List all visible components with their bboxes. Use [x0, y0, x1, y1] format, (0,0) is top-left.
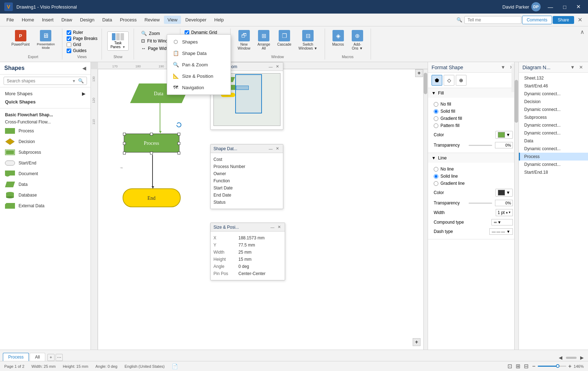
guides-checkbox[interactable]: Guides — [67, 48, 98, 53]
diag-item-dynconn5[interactable]: Dynamic connect... — [519, 145, 588, 153]
canvas-scrollbar-v[interactable] — [423, 69, 428, 350]
pattern-fill-input[interactable] — [434, 123, 438, 128]
more-pages-button[interactable]: ⋯ — [56, 354, 63, 361]
no-fill-radio[interactable]: No fill — [434, 101, 513, 108]
menu-view[interactable]: View — [164, 16, 181, 24]
process-shape-canvas[interactable]: Process — [122, 132, 181, 155]
diag-item-data[interactable]: Data — [519, 137, 588, 145]
more-shapes-item[interactable]: More Shapes ▶ — [4, 90, 87, 98]
dropdown-item-sizepos[interactable]: 📐 Size & Position — [167, 70, 231, 82]
add-page-button[interactable]: + — [47, 354, 55, 361]
fill-trans-input[interactable] — [495, 142, 513, 148]
fill-section-header[interactable]: ▼ Fill — [428, 88, 519, 98]
diag-item-decision[interactable]: Decision — [519, 98, 588, 106]
menu-data[interactable]: Data — [99, 16, 115, 24]
fill-trans-slider[interactable] — [469, 145, 492, 146]
collapse-ribbon-button[interactable]: ∧ — [580, 29, 584, 35]
close-window-button[interactable]: ✕ — [573, 2, 584, 11]
maximize-button[interactable]: □ — [560, 2, 569, 11]
powerpoint-button[interactable]: P PowerPoint — [9, 29, 32, 48]
settings-icon[interactable]: ⊟ — [524, 363, 528, 370]
presentation-mode-button[interactable]: 🖥 PresentationMode — [34, 29, 58, 51]
diag-item-dynconn2[interactable]: Dynamic connect... — [519, 106, 588, 113]
fill-color-picker[interactable]: ▼ — [495, 131, 513, 139]
diag-item-dynconn1[interactable]: Dynamic connect... — [519, 90, 588, 98]
shape-subprocess[interactable]: Subprocess — [4, 147, 87, 158]
gradient-fill-input[interactable] — [434, 116, 438, 121]
fit-icon[interactable]: ⊡ — [507, 363, 512, 370]
format-more-button[interactable]: ▼ — [499, 64, 507, 70]
diag-item-sheet132[interactable]: Sheet.132 — [519, 74, 588, 82]
page-tab-all[interactable]: All — [30, 353, 45, 361]
gradient-fill-radio[interactable]: Gradient fill — [434, 115, 513, 122]
ruler-checkbox[interactable]: Ruler — [67, 30, 98, 35]
canvas-add-connector[interactable]: + — [415, 69, 423, 77]
sizepos-panel-header[interactable]: Size & Posi... — ✕ — [211, 223, 285, 232]
solid-line-input[interactable] — [434, 174, 438, 179]
line-tool-button[interactable]: ◇ — [444, 75, 454, 86]
pagebreaks-check-input[interactable] — [67, 36, 71, 41]
format-scrollbar[interactable] — [514, 62, 519, 350]
diag-item-dynconn3[interactable]: Dynamic connect... — [519, 121, 588, 129]
dash-select[interactable]: ——— ▼ — [489, 228, 513, 235]
handle-br[interactable] — [177, 152, 180, 154]
menu-draw[interactable]: Draw — [58, 16, 76, 24]
switch-windows-button[interactable]: ⊟ SwitchWindows ▼ — [295, 29, 320, 52]
no-line-radio[interactable]: No line — [434, 166, 513, 173]
handle-tc[interactable] — [150, 133, 153, 136]
menu-help[interactable]: Help — [211, 16, 227, 24]
new-window-button[interactable]: 🗗 NewWindow — [235, 29, 253, 52]
macros-button[interactable]: ◈ Macros — [329, 29, 347, 48]
canvas-scroll-thumb[interactable] — [424, 73, 427, 94]
grid-checkbox[interactable]: Grid — [67, 42, 98, 47]
shadow-tool-button[interactable]: ⊕ — [456, 75, 466, 86]
zoom-button[interactable]: 🔍 Zoom — [139, 30, 162, 37]
zoom-slider[interactable] — [538, 366, 566, 367]
panzoom-close-button[interactable]: ✕ — [275, 64, 280, 69]
menu-design[interactable]: Design — [77, 16, 98, 24]
page-tab-process[interactable]: Process — [3, 353, 29, 361]
pattern-fill-radio[interactable]: Pattern fill — [434, 122, 513, 129]
shape-external-data[interactable]: External Data — [4, 200, 87, 211]
width-spin[interactable]: ▲▼ — [505, 211, 511, 214]
dropdown-item-navigation[interactable]: 🗺 Navigation — [167, 82, 231, 93]
canvas-plus-button[interactable]: + — [413, 338, 421, 346]
diag-item-subprocess[interactable]: Subprocess — [519, 113, 588, 121]
line-section-header[interactable]: ▼ Line — [428, 153, 519, 163]
task-panes-button[interactable]: TaskPanes ▼ — [107, 31, 129, 51]
handle-tr[interactable] — [177, 133, 180, 136]
share-button[interactable]: Share — [553, 16, 574, 24]
zoom-out-button[interactable]: − — [532, 363, 535, 370]
panzoom-minimize-button[interactable]: — — [268, 64, 274, 69]
solid-line-radio[interactable]: Solid line — [434, 173, 513, 180]
shape-decision[interactable]: Decision — [4, 136, 87, 147]
pagebreaks-checkbox[interactable]: Page Breaks — [67, 36, 98, 41]
shape-startend[interactable]: Start/End — [4, 158, 87, 168]
diag-item-dynconn6[interactable]: Dynamic connect... — [519, 161, 588, 168]
shapedata-close-button[interactable]: ✕ — [275, 146, 280, 151]
shape-document[interactable]: Document — [4, 168, 87, 179]
menu-file[interactable]: File — [3, 16, 17, 24]
shape-data[interactable]: Data — [4, 179, 87, 190]
diag-nav-close-button[interactable]: ✕ — [578, 64, 584, 70]
shape-process[interactable]: Process — [4, 126, 87, 136]
dropdown-item-shapes[interactable]: ⬡ Shapes — [167, 36, 231, 47]
ruler-check-input[interactable] — [67, 30, 71, 35]
cross-functional-header[interactable]: Cross-Functional Flow... — [4, 118, 87, 126]
menu-developer[interactable]: Developer — [182, 16, 210, 24]
grid-check-input[interactable] — [67, 42, 71, 47]
menu-review[interactable]: Review — [141, 16, 163, 24]
diag-item-startend18[interactable]: Start/End.18 — [519, 168, 588, 176]
shapes-collapse-button[interactable]: ◀ — [82, 65, 86, 71]
zoom-in-button[interactable]: + — [568, 363, 572, 370]
dropdown-item-panzoom[interactable]: 🔍 Pan & Zoom — [167, 59, 231, 70]
sizepos-minimize-button[interactable]: — — [269, 224, 275, 230]
menu-home[interactable]: Home — [18, 16, 38, 24]
gradient-line-radio[interactable]: Gradient line — [434, 180, 513, 187]
minimize-button[interactable]: — — [545, 2, 556, 11]
handle-tl[interactable] — [123, 133, 126, 136]
dropdown-item-shapedata[interactable]: 📋 Shape Data — [167, 47, 231, 59]
next-page-button[interactable]: ▶ — [579, 354, 585, 361]
menu-process[interactable]: Process — [116, 16, 140, 24]
rotate-handle[interactable] — [176, 122, 182, 129]
